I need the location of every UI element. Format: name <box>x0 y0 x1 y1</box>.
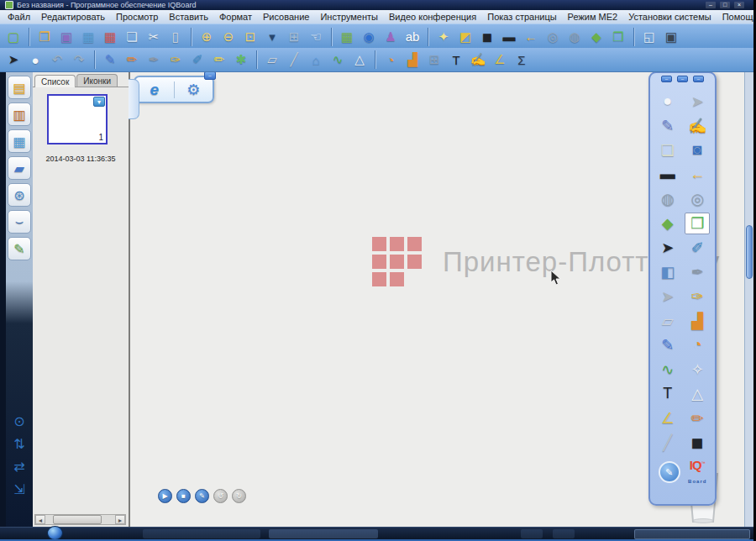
sum-icon[interactable]: Σ <box>512 50 532 69</box>
gallery-icon[interactable]: ▦ <box>8 129 31 153</box>
camera-icon[interactable]: ◎ <box>685 188 710 210</box>
bamboo-pen-icon[interactable]: ✑ <box>685 286 710 307</box>
highlighter-icon[interactable]: ✏ <box>209 50 229 69</box>
sidebar-horizontal-scrollbar[interactable]: ◂ ▸ <box>34 514 126 525</box>
video-camera-icon[interactable]: ◍ <box>564 28 585 46</box>
paste-icon[interactable]: ▯ <box>165 28 186 46</box>
copy-icon[interactable]: ❏ <box>122 28 142 46</box>
resource-folder-icon[interactable]: ❒ <box>608 28 628 46</box>
cone-icon[interactable]: △ <box>685 383 710 405</box>
swap-horizontal-icon[interactable]: ⇄ <box>9 457 29 475</box>
line-icon[interactable]: ╱ <box>284 50 304 69</box>
bamboo-pen-icon[interactable]: ✑ <box>165 50 186 69</box>
menu-item-рисование[interactable]: Рисование <box>263 12 309 22</box>
play-button[interactable]: ▶ <box>158 489 172 503</box>
menu-item-установки-системы[interactable]: Установки системы <box>628 12 711 22</box>
taskbar-item[interactable] <box>553 529 575 538</box>
undo-icon[interactable]: ↶ <box>47 50 67 69</box>
web-edit-icon[interactable]: ⊛ <box>8 183 31 207</box>
back-arrow-icon[interactable]: ← <box>685 164 710 186</box>
fullscreen-icon[interactable]: ◉ <box>359 28 379 46</box>
protractor-icon[interactable]: ∠ <box>490 50 510 69</box>
draw-button[interactable]: ✎ <box>195 489 209 503</box>
fit-screen-icon[interactable]: ⊞ <box>284 28 304 46</box>
menu-item-инструменты[interactable]: Инструменты <box>320 12 378 22</box>
text-icon[interactable]: T <box>446 50 466 69</box>
tab-icons[interactable]: Иконки <box>76 74 118 87</box>
video-camera-icon[interactable]: ◍ <box>655 188 680 210</box>
menu-item-видео-конференция[interactable]: Видео конференция <box>389 12 476 22</box>
book-icon[interactable]: ⌣ <box>8 210 31 234</box>
menu-item-вставить[interactable]: Вставить <box>169 12 208 22</box>
panel-window-button-3[interactable]: – <box>693 76 704 82</box>
fill-icon[interactable]: ✍ <box>685 115 710 137</box>
subtitle-icon[interactable]: ab <box>402 28 423 46</box>
gear-icon[interactable]: ⚙ <box>182 80 204 100</box>
desktop-screen-icon[interactable]: ▬ <box>655 164 680 186</box>
blackout-screen-icon[interactable]: ◼ <box>477 28 497 46</box>
pie-chart-icon[interactable]: ◔ <box>381 50 401 69</box>
conference-icon[interactable]: ♟ <box>381 28 401 46</box>
insert-picture-icon[interactable]: ▦ <box>78 28 98 46</box>
taskbar-item[interactable] <box>521 529 543 538</box>
next-button[interactable]: ↻ <box>232 489 246 503</box>
menu-item-файл[interactable]: Файл <box>8 12 30 22</box>
canvas-vertical-scrollbar[interactable] <box>744 71 753 528</box>
bar-chart-icon[interactable]: ▟ <box>685 310 710 332</box>
panel-window-button-2[interactable]: – <box>677 76 688 82</box>
panel-window-button-1[interactable]: – <box>661 76 672 82</box>
pointer-icon[interactable]: ➤ <box>685 91 710 113</box>
close-button[interactable]: × <box>734 2 744 8</box>
menu-item-формат[interactable]: Формат <box>219 12 252 22</box>
spotlight-box-icon[interactable]: ◙ <box>685 139 710 161</box>
scrollbar-thumb[interactable] <box>53 515 102 524</box>
spotlight-lamp-icon[interactable]: ✦ <box>433 28 454 46</box>
zoom-dropdown-icon[interactable]: ▾ <box>262 28 282 46</box>
select-icon[interactable]: ➤ <box>3 50 24 69</box>
save-icon[interactable]: ▣ <box>56 28 76 46</box>
taskbar-item[interactable] <box>143 529 260 538</box>
maximize-button[interactable]: □ <box>720 2 730 8</box>
zoom-in-icon[interactable]: ⊕ <box>197 28 217 46</box>
delete-picture-icon[interactable]: ▦ <box>100 28 120 46</box>
open-file-icon[interactable]: ❐ <box>34 28 55 46</box>
mouse-icon[interactable]: ● <box>25 50 45 69</box>
select-icon[interactable]: ➤ <box>655 237 680 259</box>
creative-pen-icon[interactable]: ✱ <box>231 50 251 69</box>
protractor-icon[interactable]: ∠ <box>655 407 680 429</box>
folders-icon[interactable]: ▰ <box>8 156 31 180</box>
iqclick-badge-icon[interactable]: ✎ <box>659 461 680 483</box>
internet-explorer-icon[interactable]: e <box>144 80 165 100</box>
scroll-left-icon[interactable]: ◂ <box>35 515 45 524</box>
fit-page-icon[interactable]: ⊙ <box>9 412 29 430</box>
fill-icon[interactable]: ✍ <box>468 50 488 69</box>
desktop-screen-icon[interactable]: ▬ <box>499 28 519 46</box>
thumbnail-dropdown-icon[interactable]: ▾ <box>93 97 105 107</box>
menu-item-режим-me2[interactable]: Режим ME2 <box>568 12 618 22</box>
cut-icon[interactable]: ✂ <box>144 28 164 46</box>
resource-bag-icon[interactable]: ◆ <box>655 213 680 234</box>
text-icon[interactable]: T <box>655 383 680 405</box>
resize-icon[interactable]: ⇲ <box>9 480 29 498</box>
tab-list[interactable]: Список <box>34 75 76 87</box>
blackout-screen-icon[interactable]: ◼ <box>685 432 710 454</box>
frame-icon[interactable]: ▣ <box>661 28 681 46</box>
mini-toolbar-minimize-icon[interactable]: – <box>204 71 216 80</box>
shape-icon[interactable]: ⌂ <box>306 50 326 69</box>
mouse-icon[interactable]: ● <box>655 91 680 113</box>
menu-item-помощь[interactable]: Помощь <box>722 12 756 22</box>
page-flip-icon[interactable]: ◧ <box>655 261 680 283</box>
chart-picture-icon[interactable]: ∿ <box>328 50 348 69</box>
notes-icon[interactable]: ✎ <box>655 115 680 137</box>
pages-icon[interactable]: ▤ <box>8 76 31 99</box>
board-brush-icon[interactable]: ✐ <box>187 50 207 69</box>
picture-icon[interactable]: ▦ <box>337 28 357 46</box>
minimize-button[interactable]: – <box>706 2 716 8</box>
sidebar-collapse-handle[interactable] <box>129 79 139 119</box>
chart-picture-icon[interactable]: ∿ <box>655 359 680 381</box>
pen-icon[interactable]: ✒ <box>144 50 164 69</box>
scrollbar-thumb[interactable] <box>746 225 753 279</box>
cone-icon[interactable]: △ <box>349 50 370 69</box>
stop-button[interactable]: ■ <box>176 489 191 503</box>
pencil-icon[interactable]: ✎ <box>655 334 680 356</box>
